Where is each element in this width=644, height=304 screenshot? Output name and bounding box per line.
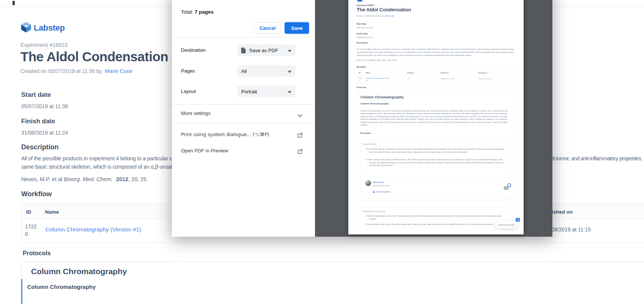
protocol-card-border-top — [21, 262, 644, 262]
pv-created-line: Created on 05/07/2019 at 11:36 by Marie … — [357, 15, 394, 17]
pdf-file-icon — [241, 48, 246, 53]
print-preview-pane: Experiment #18523 The Aldol Condensation… — [315, 0, 552, 237]
status-circle-icon — [507, 183, 511, 187]
system-dialog-link[interactable]: Print using system dialogue... (⌥⌘P) — [181, 130, 269, 139]
pages-label: Pages — [181, 65, 195, 77]
pv-box2-title: Preparation of the Column — [363, 210, 385, 212]
pv-finish-date: 31/08/2019 at 11:24 — [357, 36, 373, 39]
destination-label: Destination — [181, 45, 206, 56]
experiment-tips-button: Experiment tips — [495, 220, 518, 229]
experiment-tips-badge: 3 — [516, 218, 520, 222]
created-line: Created on 05/07/2019 at 11:36 by Marie … — [20, 68, 133, 74]
finish-date-label: Finish date — [21, 118, 55, 125]
citation: Neves, M.P. et al Bioorg. Med. Chem. 201… — [21, 176, 147, 182]
pv-step: 1. Pour the silica gel into an Erlenmeye… — [365, 148, 504, 154]
pv-col-id: ID — [359, 72, 360, 74]
pv-description-label: Description — [357, 42, 368, 44]
pv-row-name: Column Chromatography (Version #1) — [366, 77, 391, 81]
pv-table-border — [357, 83, 514, 84]
print-dialog-title: Print — [181, 0, 193, 2]
pv-start-date-label: Start date — [357, 23, 366, 25]
finish-date-value: 31/08/2019 at 11:24 — [21, 130, 68, 136]
pv-citation: Neves, M.P. et al Bioorg. Med. Chem. 201… — [357, 59, 397, 61]
divider — [172, 37, 315, 37]
avatar — [365, 180, 371, 186]
external-link-icon[interactable] — [298, 149, 303, 155]
caret-down-icon — [288, 48, 292, 53]
pv-table-border — [357, 76, 514, 76]
labstep-cube-icon — [20, 22, 32, 34]
save-button[interactable]: Save — [285, 22, 309, 34]
start-date-value: 05/07/2019 at 11:36 — [21, 103, 68, 109]
pv-row-progress: 3/5 — [407, 78, 410, 80]
labstep-logo-fragment — [357, 0, 362, 2]
workflow-heading: Workflow — [21, 190, 52, 198]
experiment-number: Experiment #18523 — [20, 42, 68, 48]
pv-workflow-heading: Workflow — [357, 66, 366, 68]
destination-select[interactable]: Save as PDF — [237, 45, 295, 56]
print-dialog-window: Print Total: 7 pages Cancel Save Destina… — [172, 0, 552, 237]
pv-row-started: 05/07/2019 at 11:36 — [441, 78, 455, 80]
pv-step: 2. Plug the bottom of the column with a … — [365, 223, 504, 226]
external-link-icon[interactable] — [298, 132, 303, 139]
divider — [172, 123, 315, 123]
pv-table-border — [357, 71, 358, 83]
labstep-logo-text: Labstep — [34, 23, 65, 33]
attachment-icon — [373, 190, 375, 194]
pv-protocols-heading: Protocols — [357, 86, 366, 88]
page-title: The Aldol Condensation — [20, 49, 168, 64]
pv-box1-title: Silica Gel Slurry — [363, 143, 377, 145]
pv-title: The Aldol Condensation — [357, 7, 411, 13]
description-label: Description — [21, 143, 59, 151]
pv-table-border — [514, 71, 515, 83]
pv-description: All of the possible products in experime… — [357, 48, 514, 57]
col-header-id: ID — [26, 209, 31, 215]
start-date-label: Start date — [21, 91, 51, 99]
preview-page-content: Experiment #18523 The Aldol Condensation… — [348, 0, 524, 234]
pv-attachment-link: Aldol Preparation — [376, 191, 390, 193]
layout-select[interactable]: Portrait — [237, 86, 295, 97]
pv-table-border — [357, 71, 514, 71]
open-pdf-link[interactable]: Open PDF in Preview — [181, 146, 228, 155]
check-icon: ✓ — [505, 195, 508, 200]
layout-label: Layout — [181, 86, 196, 97]
row-id: 17220 — [25, 223, 39, 238]
top-left-tick — [12, 1, 15, 5]
description-line1-right: ti-tumor, and anti-inflammatory properti… — [552, 155, 642, 161]
labstep-logo[interactable]: Labstep — [20, 22, 65, 34]
preview-page[interactable]: Experiment #18523 The Aldol Condensation… — [348, 0, 524, 234]
pv-experiment-number: Experiment #18523 — [357, 4, 374, 6]
workflow-row-link[interactable]: Column Chromatography (Version #1) — [45, 226, 141, 233]
print-settings-panel: Print Total: 7 pages Cancel Save Destina… — [172, 0, 315, 237]
protocol-card-title: Column Chromatography — [31, 267, 127, 276]
pv-col-started: Started on — [441, 72, 449, 74]
protocol-card-accent — [21, 279, 22, 304]
pv-col-finished: Finished on — [478, 72, 487, 74]
col-header-name: Name — [45, 209, 59, 215]
caret-down-icon — [288, 89, 292, 95]
cancel-button[interactable]: Cancel — [254, 22, 281, 34]
pv-start-date: 05/07/2019 at 11:36 — [357, 27, 373, 29]
pv-step: 1. Select the appropriately sized column… — [365, 215, 504, 220]
author-link[interactable]: Marie Curie — [105, 68, 132, 74]
pv-finish-date-label: Finish date — [357, 33, 368, 35]
pv-protocol-subtitle: Column Chromatography — [360, 102, 389, 105]
chevron-down-icon[interactable] — [298, 112, 303, 119]
divider — [172, 104, 315, 105]
pv-step: 2. Add the solvent system (hexane/dichlo… — [365, 158, 504, 167]
pv-comment-author: Marie Curie — [373, 181, 384, 183]
pv-procedure-label: Procedure — [360, 132, 371, 134]
table-border-left — [21, 204, 22, 242]
pv-col-progress: Progress — [407, 72, 414, 74]
pages-select[interactable]: All — [237, 65, 295, 77]
protocol-card-subtitle: Column Chromatography — [27, 284, 96, 290]
caret-down-icon — [288, 68, 292, 74]
protocols-heading: Protocols — [23, 250, 51, 257]
pv-row-finished: 31/08/2019 at 11:15 — [478, 78, 493, 80]
pv-col-name: Name — [366, 72, 370, 74]
more-settings-toggle[interactable]: More settings — [181, 109, 211, 118]
pv-comment-card — [363, 178, 501, 198]
pv-protocol-body: Column chromatography is one of the most… — [360, 109, 507, 126]
total-pages: Total: 7 pages — [181, 9, 214, 15]
pv-comment-timestamp: 24/07/2019 at 11:01 — [373, 185, 390, 187]
